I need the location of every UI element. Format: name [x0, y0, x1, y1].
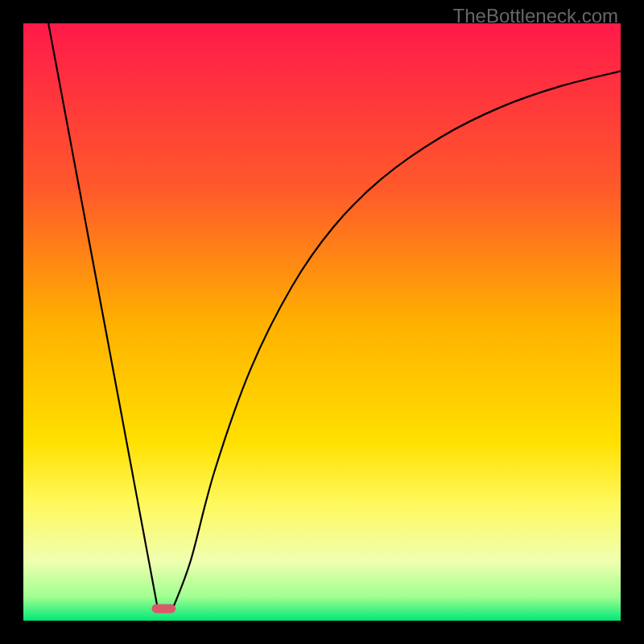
plot-area	[23, 23, 621, 621]
chart-container: TheBottleneck.com	[0, 0, 644, 644]
optimal-marker	[152, 605, 176, 613]
watermark-text: TheBottleneck.com	[453, 5, 618, 27]
chart-svg	[23, 23, 621, 621]
gradient-background	[23, 23, 621, 621]
